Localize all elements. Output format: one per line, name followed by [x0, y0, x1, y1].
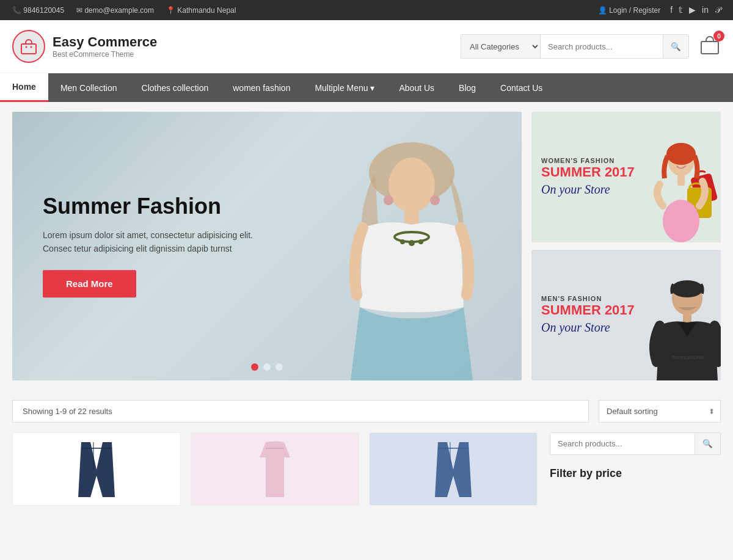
facebook-icon[interactable]: f — [670, 5, 673, 15]
women-banner-category: WOMEN'S FASHION — [541, 157, 635, 164]
svg-point-11 — [384, 195, 393, 205]
slider-text: Summer Fashion Lorem ipsum dolor sit ame… — [43, 194, 275, 297]
women-banner-season: SUMMER 2017 — [541, 164, 635, 180]
nav-item-men-collection[interactable]: Men Collection — [48, 73, 129, 102]
svg-point-10 — [418, 239, 423, 244]
product-thumb-1 — [13, 433, 180, 506]
hero-slider: Summer Fashion Lorem ipsum dolor sit ame… — [12, 112, 522, 380]
slider-dots — [251, 363, 283, 371]
nav-item-contact-us[interactable]: Contact Us — [488, 73, 555, 102]
shopping-bag-icon — [20, 38, 37, 55]
svg-point-5 — [388, 158, 435, 213]
sidebar-search-button[interactable]: 🔍 — [695, 433, 720, 454]
svg-rect-18 — [677, 175, 685, 186]
products-section: Showing 1-9 of 22 results Default sortin… — [0, 390, 733, 515]
svg-point-20 — [671, 280, 703, 297]
svg-point-17 — [666, 143, 696, 165]
main-content: Summer Fashion Lorem ipsum dolor sit ame… — [0, 102, 733, 390]
cart-badge: 0 — [713, 31, 724, 42]
search-icon: 🔍 — [671, 42, 681, 51]
men-banner-category: MEN'S FASHION — [541, 295, 635, 302]
sort-select[interactable]: Default sorting Sort by popularity Sort … — [599, 400, 721, 423]
logo-title: Easy Commerce — [53, 34, 157, 50]
sidebar-search-input[interactable] — [550, 433, 695, 454]
right-sidebar: 🔍 Filter by price — [550, 432, 721, 506]
men-banner-season: SUMMER 2017 — [541, 302, 635, 318]
nav-item-multiple-menu[interactable]: Multiple Menu ▾ — [302, 73, 387, 102]
women-figure — [641, 126, 721, 242]
men-banner-store: On your Store — [541, 321, 635, 335]
logo-area: Easy Commerce Best eCommerce Theme — [12, 30, 157, 63]
dot-3[interactable] — [275, 363, 283, 371]
twitter-icon[interactable]: 𝕥 — [679, 5, 683, 15]
search-area: All Categories 🔍 — [461, 34, 689, 59]
product-card-1[interactable] — [12, 432, 181, 506]
product-thumb-2 — [191, 433, 359, 506]
read-more-button[interactable]: Read More — [43, 271, 136, 298]
youtube-icon[interactable]: ▶ — [689, 5, 696, 15]
sort-wrapper: Default sorting Sort by popularity Sort … — [599, 400, 721, 423]
products-header: Showing 1-9 of 22 results Default sortin… — [12, 400, 721, 423]
search-input[interactable] — [541, 35, 663, 58]
top-bar-left: 📞 9846120045 ✉ demo@example.com 📍 Kathma… — [12, 6, 236, 15]
cart-wrapper[interactable]: 0 — [699, 34, 721, 59]
jeans-dark-icon — [75, 439, 118, 500]
nav-item-clothes-collection[interactable]: Clothes collection — [129, 73, 221, 102]
svg-rect-3 — [701, 42, 718, 54]
men-fashion-banner[interactable]: PROFESSIONAL MEN'S FASHION SUMMER 2017 O… — [531, 250, 721, 380]
sidebar-search-icon: 🔍 — [702, 439, 713, 448]
nav-item-women-fashion[interactable]: women fashion — [221, 73, 302, 102]
jeans-blue-icon — [432, 439, 475, 500]
svg-point-15 — [663, 200, 699, 242]
header: Easy Commerce Best eCommerce Theme All C… — [0, 20, 733, 73]
search-button[interactable]: 🔍 — [663, 35, 688, 58]
nav-item-home[interactable]: Home — [0, 73, 48, 102]
svg-text:PROFESSIONAL: PROFESSIONAL — [672, 355, 706, 360]
products-layout: 🔍 Filter by price — [12, 432, 721, 506]
side-banners: WOMEN'S FASHION SUMMER 2017 On your Stor… — [531, 112, 721, 380]
social-links: f 𝕥 ▶ in 𝒫 — [670, 5, 721, 15]
login-register-link[interactable]: 👤 Login / Register — [598, 6, 660, 15]
products-grid — [12, 432, 538, 506]
dress-icon — [253, 439, 296, 500]
header-right: All Categories 🔍 0 — [461, 34, 721, 59]
slider-description: Lorem ipsum dolor sit amet, consectetur … — [43, 228, 275, 256]
top-bar-right: 👤 Login / Register f 𝕥 ▶ in 𝒫 — [598, 5, 721, 15]
sidebar-search: 🔍 — [550, 432, 721, 455]
svg-point-9 — [400, 239, 405, 244]
logo-subtitle: Best eCommerce Theme — [53, 50, 157, 59]
svg-point-1 — [26, 46, 27, 48]
svg-rect-0 — [21, 44, 36, 54]
phone-info: 📞 9846120045 — [12, 6, 64, 15]
svg-point-12 — [430, 195, 440, 205]
linkedin-icon[interactable]: in — [702, 5, 709, 15]
results-text: Showing 1-9 of 22 results — [12, 400, 589, 423]
product-card-2[interactable] — [191, 432, 359, 506]
women-banner-text: WOMEN'S FASHION SUMMER 2017 On your Stor… — [541, 157, 635, 197]
dot-2[interactable] — [263, 363, 271, 371]
nav-item-about-us[interactable]: About Us — [387, 73, 447, 102]
product-card-3[interactable] — [369, 432, 538, 506]
location-info: 📍 Kathmandu Nepal — [166, 6, 236, 15]
nav-bar: Home Men Collection Clothes collection w… — [0, 73, 733, 102]
filter-title: Filter by price — [550, 467, 721, 480]
email-info: ✉ demo@example.com — [76, 6, 154, 15]
men-banner-text: MEN'S FASHION SUMMER 2017 On your Store — [541, 295, 635, 335]
svg-point-2 — [31, 46, 32, 48]
category-select[interactable]: All Categories — [461, 35, 541, 58]
svg-point-8 — [409, 240, 415, 246]
fashion-figure — [302, 124, 485, 380]
dot-1[interactable] — [251, 363, 258, 371]
product-thumb-3 — [370, 433, 537, 506]
logo-text: Easy Commerce Best eCommerce Theme — [53, 34, 157, 59]
top-bar: 📞 9846120045 ✉ demo@example.com 📍 Kathma… — [0, 0, 733, 20]
nav-item-blog[interactable]: Blog — [447, 73, 488, 102]
women-banner-store: On your Store — [541, 183, 635, 197]
pinterest-icon[interactable]: 𝒫 — [715, 5, 721, 15]
women-fashion-banner[interactable]: WOMEN'S FASHION SUMMER 2017 On your Stor… — [531, 112, 721, 242]
slider-title: Summer Fashion — [43, 194, 275, 219]
logo-icon — [12, 30, 45, 63]
men-figure: PROFESSIONAL — [641, 264, 721, 380]
